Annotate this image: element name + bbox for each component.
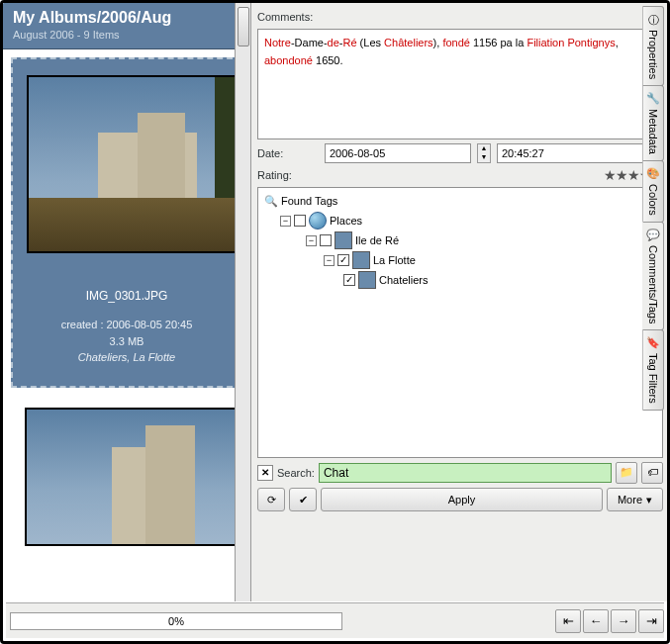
scrollbar-vertical[interactable] <box>235 3 250 601</box>
check-button[interactable]: ✔ <box>289 488 317 511</box>
clear-search-button[interactable]: ✕ <box>257 465 273 481</box>
thumbnail-filename: IMG_0301.JPG <box>27 289 227 303</box>
search-label: Search: <box>277 465 315 481</box>
time-input[interactable] <box>497 143 643 163</box>
nav-prev-button[interactable]: ← <box>583 609 609 633</box>
tab-properties[interactable]: ⓘProperties <box>642 6 664 86</box>
tag-thumb-icon <box>352 251 370 269</box>
properties-panel: Comments: Notre-Dame-de-Ré (Les Châtelie… <box>250 3 667 601</box>
collapse-icon[interactable]: − <box>306 235 317 246</box>
comment-icon: 💬 <box>646 229 660 242</box>
search-input[interactable] <box>319 463 612 483</box>
tree-node-places[interactable]: −Places <box>262 211 658 230</box>
album-title: My Albums/2006/Aug <box>13 9 240 27</box>
comments-label: Comments: <box>257 9 663 25</box>
info-icon: ⓘ <box>646 13 660 27</box>
status-bar: 0% ⇤ ← → ⇥ <box>6 602 664 638</box>
album-subtitle: August 2006 - 9 Items <box>13 29 240 41</box>
colors-icon: 🎨 <box>646 167 660 181</box>
collapse-icon[interactable]: − <box>324 255 335 266</box>
date-input[interactable] <box>325 143 471 163</box>
nav-next-button[interactable]: → <box>611 609 636 633</box>
metadata-icon: 🔧 <box>646 92 660 106</box>
tag-options-button[interactable]: 🏷 <box>641 462 663 484</box>
search-icon: 🔍 <box>264 195 278 208</box>
tree-node-chateliers[interactable]: ✓Chateliers <box>262 270 658 290</box>
nav-first-button[interactable]: ⇤ <box>555 609 581 633</box>
tab-metadata[interactable]: 🔧Metadata <box>642 85 664 161</box>
checkbox-checked[interactable]: ✓ <box>343 274 355 286</box>
tree-node-flotte[interactable]: −✓La Flotte <box>262 250 658 270</box>
date-spinner[interactable]: ▲▼ <box>477 143 491 163</box>
thumbnail-image[interactable] <box>27 75 250 253</box>
tree-root[interactable]: 🔍Found Tags <box>262 191 658 211</box>
apply-button[interactable]: Apply <box>321 488 603 511</box>
thumbnail-image[interactable] <box>25 408 250 546</box>
side-tabs: ⓘProperties 🔧Metadata 🎨Colors 💬Comments/… <box>642 6 664 410</box>
thumbnail-pane: My Albums/2006/Aug August 2006 - 9 Items… <box>3 3 250 601</box>
tag-thumb-icon <box>358 271 376 289</box>
more-button[interactable]: More▾ <box>607 488 663 511</box>
tree-node-ile[interactable]: −Ile de Ré <box>262 230 658 250</box>
tags-tree[interactable]: 🔍Found Tags −Places −Ile de Ré −✓La Flot… <box>257 187 663 458</box>
tab-comments-tags[interactable]: 💬Comments/Tags <box>642 222 664 330</box>
comments-textarea[interactable]: Notre-Dame-de-Ré (Les Châteliers), fondé… <box>257 29 663 139</box>
thumbnail-card-selected[interactable]: IMG_0301.JPG created : 2006-08-05 20:45 … <box>11 57 242 388</box>
date-label: Date: <box>257 145 319 161</box>
checkbox[interactable] <box>294 215 306 227</box>
tab-tag-filters[interactable]: 🔖Tag Filters <box>642 329 664 411</box>
album-header: My Albums/2006/Aug August 2006 - 9 Items <box>3 3 250 49</box>
chevron-down-icon: ▾ <box>646 494 652 506</box>
nav-last-button[interactable]: ⇥ <box>638 609 664 633</box>
tag-thumb-icon <box>335 231 352 249</box>
thumbnail-card[interactable] <box>11 396 242 558</box>
checkbox[interactable] <box>320 234 332 246</box>
checkbox-checked[interactable]: ✓ <box>337 254 349 266</box>
rating-label: Rating: <box>257 167 292 183</box>
collapse-icon[interactable]: − <box>280 216 291 227</box>
filter-icon: 🔖 <box>646 336 660 350</box>
progress-bar: 0% <box>10 612 342 630</box>
thumbnail-meta: created : 2006-08-05 20:45 3.3 MB Chatel… <box>27 317 227 366</box>
refresh-button[interactable]: ⟳ <box>257 488 285 511</box>
globe-icon <box>309 212 327 230</box>
tab-colors[interactable]: 🎨Colors <box>642 160 664 223</box>
save-search-button[interactable]: 📁 <box>616 462 637 484</box>
